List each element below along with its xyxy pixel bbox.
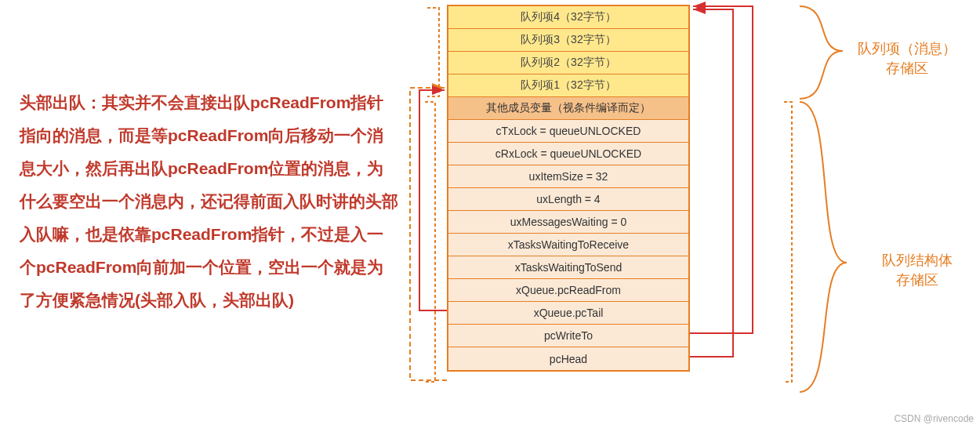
uxitemsize-row: uxItemSize = 32 xyxy=(448,165,688,188)
watermark-text: CSDN @rivencode xyxy=(894,413,974,424)
ctxlock-row: cTxLock = queueUNLOCKED xyxy=(448,120,688,143)
queue-item-4: 队列项4（32字节） xyxy=(448,6,688,29)
xtaskswaitingtoreceive-row: xTasksWaitingToReceive xyxy=(448,234,688,256)
queue-item-2: 队列项2（32字节） xyxy=(448,52,688,74)
pcreadfrom-row: xQueue.pcReadFrom xyxy=(448,279,688,302)
xtaskswaitingtosend-row: xTasksWaitingToSend xyxy=(448,256,688,279)
queue-item-3: 队列项3（32字节） xyxy=(448,29,688,52)
pctail-row: xQueue.pcTail xyxy=(448,302,688,325)
storage-label-top: 队列项（消息）存储区 xyxy=(858,39,956,78)
crxlock-row: cRxLock = queueUNLOCKED xyxy=(448,143,688,165)
storage-label-bottom: 队列结构体存储区 xyxy=(882,251,953,290)
diagram-table: 队列项4（32字节） 队列项3（32字节） 队列项2（32字节） 队列项1（32… xyxy=(447,5,690,372)
pcwriteto-row: pcWriteTo xyxy=(448,325,688,347)
struct-header: 其他成员变量（视条件编译而定） xyxy=(448,97,688,120)
queue-item-1: 队列项1（32字节） xyxy=(448,74,688,97)
uxmessageswaiting-row: uxMessagesWaiting = 0 xyxy=(448,211,688,234)
pchead-row: pcHead xyxy=(448,347,688,370)
uxlength-row: uxLength = 4 xyxy=(448,188,688,211)
explanation-text: 头部出队：其实并不会直接出队pcReadFrom指针指向的消息，而是等pcRea… xyxy=(20,86,400,317)
